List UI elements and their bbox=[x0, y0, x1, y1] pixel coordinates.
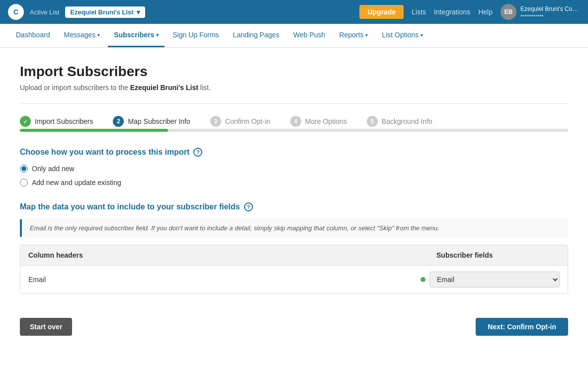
help-icon[interactable]: ? bbox=[244, 202, 253, 211]
map-section: Map the data you want to include to your… bbox=[20, 202, 568, 294]
page-title: Import Subscribers bbox=[20, 64, 568, 80]
help-link[interactable]: Help bbox=[478, 8, 493, 16]
import-process-section: Choose how you want to process this impo… bbox=[20, 148, 568, 187]
step-number: 5 bbox=[367, 116, 378, 127]
step-label: Confirm Opt-in bbox=[225, 117, 270, 125]
dot-indicator bbox=[420, 277, 425, 282]
avatar: EB bbox=[501, 4, 516, 20]
page-content: Import Subscribers Upload or import subs… bbox=[0, 48, 588, 352]
bottom-actions: Start over Next: Confirm Opt-in bbox=[20, 310, 568, 336]
info-box: Email is the only required subscriber fi… bbox=[20, 219, 568, 237]
list-name-emphasis: Ezequiel Bruni's List bbox=[130, 84, 198, 92]
user-info: Ezequiel Bruni's Comp... •••••••••••• bbox=[520, 5, 580, 18]
progress-track bbox=[20, 129, 568, 132]
list-selector[interactable]: Ezequiel Bruni's List ▾ bbox=[65, 6, 145, 18]
sidebar-item-list-options[interactable]: List Options ▾ bbox=[376, 24, 429, 47]
import-process-title: Choose how you want to process this impo… bbox=[20, 148, 568, 157]
list-name: Ezequiel Bruni's List bbox=[70, 8, 133, 16]
step-map-subscriber-info[interactable]: 2 Map Subscriber Info bbox=[113, 116, 210, 127]
step-label: Import Subscribers bbox=[35, 117, 93, 125]
map-table-header: Column headers Subscriber fields bbox=[20, 245, 568, 266]
step-more-options[interactable]: 4 More Options bbox=[290, 116, 367, 127]
step-number: 4 bbox=[290, 116, 301, 127]
step-number: 2 bbox=[113, 116, 124, 127]
map-table: Column headers Subscriber fields Email E… bbox=[20, 245, 568, 294]
field-select[interactable]: Email First Name Last Name Phone Skip bbox=[429, 272, 560, 287]
step-label: Background Info bbox=[382, 117, 432, 125]
chevron-down-icon: ▾ bbox=[97, 32, 100, 38]
table-row: Email Email First Name Last Name Phone S… bbox=[20, 266, 568, 293]
chevron-down-icon: ▾ bbox=[156, 32, 159, 38]
step-label: Map Subscriber Info bbox=[128, 117, 190, 125]
divider bbox=[20, 103, 568, 104]
step-label: More Options bbox=[305, 117, 347, 125]
step-check-icon: ✓ bbox=[20, 116, 31, 127]
step-confirm-opt-in[interactable]: 3 Confirm Opt-in bbox=[210, 116, 290, 127]
radio-only-add-new-input[interactable] bbox=[20, 165, 28, 173]
subscriber-fields-header: Subscriber fields bbox=[428, 245, 568, 265]
user-area: EB Ezequiel Bruni's Comp... •••••••••••• bbox=[501, 4, 580, 20]
radio-add-update[interactable]: Add new and update existing bbox=[20, 179, 568, 187]
next-button[interactable]: Next: Confirm Opt-in bbox=[476, 318, 568, 336]
progress-fill bbox=[20, 129, 168, 132]
active-list-label: Active List bbox=[30, 8, 59, 16]
user-subtext: •••••••••••• bbox=[520, 12, 580, 18]
step-import-subscribers[interactable]: ✓ Import Subscribers bbox=[20, 116, 113, 127]
chevron-down-icon: ▾ bbox=[365, 32, 368, 38]
integrations-link[interactable]: Integrations bbox=[434, 8, 470, 16]
map-section-title: Map the data you want to include to your… bbox=[20, 202, 568, 211]
sidebar-item-dashboard[interactable]: Dashboard bbox=[10, 24, 56, 47]
step-background-info[interactable]: 5 Background Info bbox=[367, 116, 452, 127]
upgrade-button[interactable]: Upgrade bbox=[359, 5, 404, 19]
column-headers-header: Column headers bbox=[20, 245, 428, 265]
page-subtitle: Upload or import subscribers to the Ezeq… bbox=[20, 84, 568, 92]
sidebar-item-web-push[interactable]: Web Push bbox=[287, 24, 331, 47]
top-bar: C Active List Ezequiel Bruni's List ▾ Up… bbox=[0, 0, 588, 24]
lists-link[interactable]: Lists bbox=[412, 8, 426, 16]
chevron-down-icon: ▾ bbox=[137, 8, 140, 16]
radio-add-update-input[interactable] bbox=[20, 179, 28, 187]
step-number: 3 bbox=[210, 116, 221, 127]
radio-group: Only add new Add new and update existing bbox=[20, 165, 568, 187]
logo-icon[interactable]: C bbox=[8, 4, 24, 20]
sidebar-item-subscribers[interactable]: Subscribers ▾ bbox=[108, 24, 165, 47]
row-column-header: Email bbox=[28, 276, 420, 284]
sidebar-item-landing-pages[interactable]: Landing Pages bbox=[227, 24, 285, 47]
top-bar-right: Upgrade Lists Integrations Help EB Ezequ… bbox=[359, 4, 580, 20]
sidebar-item-signup-forms[interactable]: Sign Up Forms bbox=[167, 24, 225, 47]
steps-container: ✓ Import Subscribers 2 Map Subscriber In… bbox=[20, 116, 568, 127]
sidebar-item-messages[interactable]: Messages ▾ bbox=[58, 24, 106, 47]
row-right: Email First Name Last Name Phone Skip bbox=[420, 272, 560, 287]
top-bar-left: C Active List Ezequiel Bruni's List ▾ bbox=[8, 4, 145, 20]
chevron-down-icon: ▾ bbox=[420, 32, 423, 38]
sub-nav: Dashboard Messages ▾ Subscribers ▾ Sign … bbox=[0, 24, 588, 48]
start-over-button[interactable]: Start over bbox=[20, 318, 72, 336]
radio-only-add-new[interactable]: Only add new bbox=[20, 165, 568, 173]
help-icon[interactable]: ? bbox=[193, 148, 202, 157]
user-name: Ezequiel Bruni's Comp... bbox=[520, 5, 580, 12]
sidebar-item-reports[interactable]: Reports ▾ bbox=[333, 24, 374, 47]
